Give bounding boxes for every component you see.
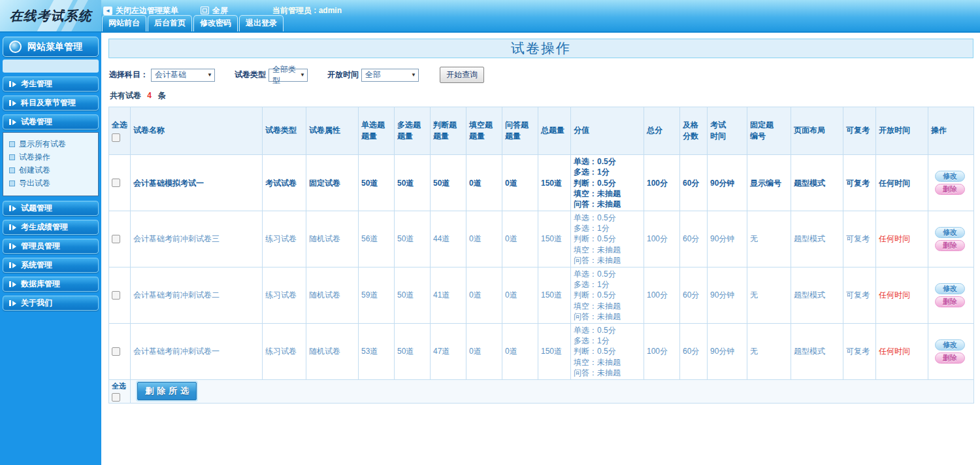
delete-button[interactable]: 删除 <box>935 353 965 364</box>
paper-type: 练习试卷 <box>263 267 306 324</box>
delete-button[interactable]: 删除 <box>935 296 965 307</box>
footer-actions-cell: 删除所选 <box>131 379 974 403</box>
play-icon <box>9 100 16 106</box>
exam-time: 90分钟 <box>708 267 747 324</box>
delete-button[interactable]: 删除 <box>935 240 965 251</box>
row-checkbox[interactable] <box>112 235 120 243</box>
row-checkbox[interactable] <box>112 347 120 356</box>
submenu-item-create-paper[interactable]: 创建试卷 <box>3 164 98 177</box>
paper-attr: 随机试卷 <box>306 211 359 267</box>
col-paper-type: 试卷类型 <box>263 107 306 155</box>
submenu-item-paper-operations[interactable]: 试卷操作 <box>3 150 98 164</box>
chevron-down-icon: ▼ <box>207 72 212 78</box>
search-button[interactable]: 开始查询 <box>440 67 484 83</box>
col-qa-count: 问答题 题量 <box>502 107 538 155</box>
app-window: 在线考试系统 ◄ 关闭左边管理菜单 全屏 当前管理员 : admin 网站前台 … <box>0 0 980 465</box>
close-left-menu-button[interactable]: ◄ 关闭左边管理菜单 <box>103 5 178 16</box>
paper-type-select-value: 全部类型 <box>272 64 297 86</box>
paper-attr: 随机试卷 <box>306 267 359 324</box>
sidebar-item-system-management[interactable]: 系统管理 <box>3 258 99 273</box>
paper-name: 会计基础模拟考试一 <box>131 155 263 211</box>
current-admin-label: 当前管理员 : admin <box>272 5 342 16</box>
judge-count: 47道 <box>431 323 466 379</box>
edit-button[interactable]: 修改 <box>935 339 965 351</box>
sidebar-item-question-management[interactable]: 试题管理 <box>3 201 99 216</box>
blank-count: 0道 <box>466 155 502 211</box>
single-count: 59道 <box>359 267 395 324</box>
footer-select-all: 全选 <box>109 379 131 403</box>
paper-name: 会计基础考前冲刺试卷一 <box>131 323 263 379</box>
total-count: 150道 <box>538 211 571 267</box>
col-paper-attr: 试卷属性 <box>306 107 359 155</box>
row-checkbox[interactable] <box>112 179 120 187</box>
table-row: 会计基础模拟考试一 考试试卷 固定试卷 50道 50道 50道 0道 0道 15… <box>109 155 974 211</box>
app-logo: 在线考试系统 <box>0 0 101 31</box>
total-score: 100分 <box>644 323 680 379</box>
sidebar-item-label: 考生管理 <box>21 78 52 90</box>
sphere-icon <box>9 41 22 53</box>
sidebar-item-subject-chapter-management[interactable]: 科目及章节管理 <box>3 95 99 111</box>
edit-button[interactable]: 修改 <box>935 283 965 294</box>
sidebar-item-label: 试卷管理 <box>21 116 52 128</box>
col-blank-count: 填空题 题量 <box>466 107 502 155</box>
row-checkbox[interactable] <box>112 291 120 300</box>
retake: 可复考 <box>843 323 876 379</box>
total-count: 150道 <box>538 267 571 324</box>
submenu-item-show-all-papers[interactable]: 显示所有试卷 <box>3 137 98 150</box>
select-all-checkbox[interactable] <box>112 133 120 142</box>
papers-table: 全选 试卷名称 试卷类型 试卷属性 单选题 题量 多选题 题量 判断题 题量 填… <box>108 107 974 404</box>
summary-count: 4 <box>147 91 152 100</box>
tab-admin-home[interactable]: 后台首页 <box>148 15 192 31</box>
sidebar-title: 网站菜单管理 <box>3 37 99 57</box>
blank-count: 0道 <box>466 211 502 267</box>
sidebar-item-score-management[interactable]: 考生成绩管理 <box>3 220 99 235</box>
type-filter-label: 试卷类型 <box>235 69 266 80</box>
delete-button[interactable]: 删除 <box>935 184 965 195</box>
open-time: 任何时间 <box>876 267 928 324</box>
sidebar-item-admin-management[interactable]: 管理员管理 <box>3 239 99 254</box>
multi-count: 50道 <box>395 323 431 379</box>
pass-score: 60分 <box>680 155 708 211</box>
retake: 可复考 <box>843 155 876 211</box>
sidebar-item-about-us[interactable]: 关于我们 <box>3 296 99 311</box>
fullscreen-button[interactable]: 全屏 <box>178 5 228 16</box>
open-time: 任何时间 <box>876 323 928 379</box>
sidebar-item-label: 考生成绩管理 <box>21 222 68 233</box>
subject-select[interactable]: 会计基础 ▼ <box>151 69 215 82</box>
page-layout: 题型模式 <box>791 211 843 267</box>
play-icon <box>9 243 16 249</box>
actions-cell: 修改 删除 <box>928 267 974 324</box>
top-tabs: 网站前台 后台首页 修改密码 退出登录 <box>101 17 980 31</box>
open-time-select[interactable]: 全部 ▼ <box>361 69 419 82</box>
tab-logout[interactable]: 退出登录 <box>239 15 284 31</box>
delete-selected-button[interactable]: 删除所选 <box>137 382 197 400</box>
tab-site-front[interactable]: 网站前台 <box>102 15 146 31</box>
submenu-item-export-paper[interactable]: 导出试卷 <box>3 177 98 190</box>
footer-select-all-checkbox[interactable] <box>112 393 120 402</box>
judge-count: 41道 <box>431 267 466 324</box>
exam-time: 90分钟 <box>708 323 747 379</box>
sidebar-item-examinee-management[interactable]: 考生管理 <box>3 77 99 92</box>
paper-type-select[interactable]: 全部类型 ▼ <box>269 69 308 82</box>
table-footer-row: 全选 删除所选 <box>109 379 974 403</box>
sidebar-item-database-management[interactable]: 数据库管理 <box>3 277 99 292</box>
submenu-item-label: 导出试卷 <box>19 178 50 189</box>
sidebar-item-label: 管理员管理 <box>21 241 60 252</box>
pass-score: 60分 <box>680 323 708 379</box>
page-body: 网站菜单管理 考生管理 科目及章节管理 试卷管理 显示所有试卷 <box>0 31 980 465</box>
judge-count: 44道 <box>431 211 466 267</box>
judge-count: 50道 <box>431 155 466 211</box>
edit-button[interactable]: 修改 <box>935 171 965 182</box>
qa-count: 0道 <box>502 155 538 211</box>
exam-time: 90分钟 <box>708 211 747 267</box>
tab-change-password[interactable]: 修改密码 <box>193 15 238 31</box>
sidebar-item-paper-management[interactable]: 试卷管理 <box>3 114 99 129</box>
qa-count: 0道 <box>502 211 538 267</box>
subject-filter-label: 选择科目： <box>109 69 148 80</box>
col-retake: 可复考 <box>843 107 876 155</box>
open-time: 任何时间 <box>876 155 928 211</box>
col-fixed-number: 固定题 编号 <box>747 107 791 155</box>
edit-button[interactable]: 修改 <box>935 227 965 238</box>
play-icon <box>9 119 16 125</box>
single-count: 53道 <box>359 323 395 379</box>
